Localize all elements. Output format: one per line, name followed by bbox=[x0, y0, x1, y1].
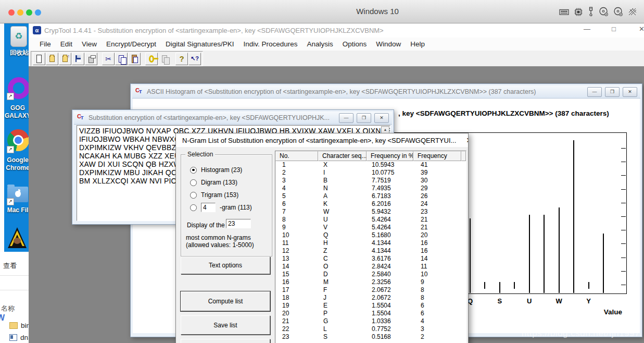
column-header-filler[interactable] bbox=[461, 151, 466, 161]
network-icon[interactable] bbox=[628, 7, 638, 17]
table-row[interactable]: 5A6.718326 bbox=[275, 192, 466, 200]
menu-help[interactable]: Help bbox=[406, 39, 430, 50]
table-row[interactable]: 12Z4.134416 bbox=[275, 247, 466, 255]
copy-icon[interactable] bbox=[115, 53, 128, 65]
menu-view[interactable]: View bbox=[77, 39, 102, 50]
table-row[interactable]: 22L0.77523 bbox=[275, 325, 466, 333]
cryptool-doc-icon: CT bbox=[77, 114, 85, 121]
menu-analysis[interactable]: Analysis bbox=[302, 39, 337, 50]
table-row[interactable]: 18J2.06728 bbox=[275, 294, 466, 302]
table-row[interactable]: 13C3.617614 bbox=[275, 255, 466, 263]
radio-button[interactable] bbox=[190, 192, 197, 199]
key-icon[interactable] bbox=[145, 53, 158, 65]
table-row[interactable]: 9V5.426421 bbox=[275, 224, 466, 231]
desktop-icon-gog-galaxy[interactable]: ↗ GOG GALAXY bbox=[6, 77, 29, 125]
disc-icon[interactable] bbox=[599, 7, 609, 17]
display-count-input[interactable] bbox=[226, 219, 251, 228]
table-row[interactable]: 20P1.55046 bbox=[275, 310, 466, 317]
shortcut-arrow-icon: ↗ bbox=[7, 198, 14, 205]
table-row[interactable]: 4N7.493529 bbox=[275, 185, 466, 192]
close-button[interactable]: ✕ bbox=[374, 113, 389, 123]
desktop-icon-google-chrome[interactable]: ↗ Google Chrome bbox=[6, 129, 29, 177]
cut-icon[interactable]: ✂ bbox=[102, 53, 115, 65]
column-header-frequency-in-%[interactable]: Frequency in % bbox=[367, 151, 413, 161]
table-row[interactable]: 3B7.751930 bbox=[275, 177, 466, 185]
radio-button[interactable] bbox=[190, 204, 197, 211]
desktop-icon-game[interactable] bbox=[7, 226, 28, 252]
table-row[interactable]: 11H4.134416 bbox=[275, 239, 466, 247]
usb-icon[interactable] bbox=[588, 7, 594, 17]
help-icon[interactable]: ? bbox=[175, 53, 188, 65]
text-options-button[interactable]: Text options bbox=[181, 256, 270, 274]
close-button[interactable]: ✕ bbox=[639, 25, 644, 33]
partial-button[interactable] bbox=[181, 339, 270, 343]
radio-button[interactable] bbox=[190, 179, 197, 186]
keyboard-icon[interactable] bbox=[559, 7, 569, 17]
radio-button-selected[interactable] bbox=[190, 167, 197, 174]
radio-ngram[interactable]: -gram (113) bbox=[190, 203, 252, 212]
menu-indiv-procedures[interactable]: Indiv. Procedures bbox=[238, 39, 302, 50]
table-cell: 1.5504 bbox=[367, 302, 413, 310]
radio-histogram[interactable]: Histogram (23) bbox=[190, 166, 242, 174]
traffic-light-close[interactable] bbox=[8, 9, 15, 16]
histogram-window-title: ASCII Histogram of <Substitution encrypt… bbox=[147, 88, 584, 95]
table-cell: 6.2016 bbox=[367, 200, 413, 208]
table-row[interactable]: 10Q5.168020 bbox=[275, 231, 466, 239]
cpu-icon[interactable] bbox=[574, 7, 583, 17]
table-row[interactable]: 23S0.51682 bbox=[275, 333, 466, 341]
minimize-button[interactable]: — bbox=[587, 87, 602, 97]
new-icon[interactable] bbox=[33, 53, 45, 65]
table-row[interactable]: 8U5.426421 bbox=[275, 216, 466, 224]
ngram-n-input[interactable] bbox=[201, 203, 216, 212]
print-icon[interactable] bbox=[85, 53, 97, 65]
menu-options[interactable]: Options bbox=[338, 39, 372, 50]
table-cell: 0.7752 bbox=[367, 325, 413, 333]
desktop-icon-recycle-bin[interactable]: ♻ 回收站 bbox=[7, 26, 29, 60]
maximize-button[interactable]: □ bbox=[612, 25, 616, 33]
table-row[interactable]: 17F2.06728 bbox=[275, 286, 466, 294]
context-help-icon[interactable]: ↖? bbox=[188, 53, 201, 65]
paste-icon[interactable] bbox=[128, 53, 141, 65]
traffic-light-minimize[interactable] bbox=[17, 9, 23, 16]
radio-trigram[interactable]: Trigram (153) bbox=[190, 191, 238, 199]
table-row[interactable]: 6K6.201624 bbox=[275, 200, 466, 208]
table-row[interactable]: 1X10.594341 bbox=[275, 161, 466, 169]
table-row[interactable]: 16M2.32569 bbox=[275, 278, 466, 286]
explorer-name-column-header[interactable]: 名称 bbox=[1, 304, 15, 313]
save-icon[interactable] bbox=[72, 53, 84, 65]
duplicate-disabled-icon bbox=[158, 53, 171, 65]
table-row[interactable]: 15D2.584010 bbox=[275, 271, 466, 278]
table-row[interactable]: 21G1.03364 bbox=[275, 317, 466, 325]
minimize-button[interactable]: — bbox=[584, 25, 590, 33]
close-button[interactable]: ✕ bbox=[623, 87, 637, 97]
ngram-list[interactable]: No.Character seq...Frequency in %Frequen… bbox=[275, 151, 466, 343]
table-row[interactable]: 14O2.842411 bbox=[275, 263, 466, 271]
column-header-frequency[interactable]: Frequency bbox=[413, 151, 461, 161]
minimize-button[interactable]: — bbox=[339, 113, 353, 123]
x-axis-label-W: W bbox=[554, 297, 564, 305]
disc-icon-2[interactable] bbox=[613, 7, 623, 17]
desktop-icon-mac-files[interactable]: ↗ Mac Fil bbox=[6, 183, 29, 218]
restore-button[interactable]: ❐ bbox=[357, 113, 371, 123]
compute-list-button[interactable]: Compute list bbox=[181, 291, 270, 311]
menu-encrypt-decrypt[interactable]: Encrypt/Decrypt bbox=[102, 39, 161, 50]
radio-digram[interactable]: Digram (133) bbox=[190, 179, 237, 186]
menu-file[interactable]: File bbox=[35, 39, 56, 50]
explorer-item-bin[interactable]: bin bbox=[9, 322, 30, 329]
table-row[interactable]: 2I10.077539 bbox=[275, 169, 466, 177]
explorer-view-label[interactable]: 查看 bbox=[3, 261, 17, 271]
open-icon[interactable] bbox=[46, 53, 58, 65]
column-header-character-seq-[interactable]: Character seq... bbox=[318, 151, 367, 161]
menu-digital-signatures-pki[interactable]: Digital Signatures/PKI bbox=[161, 39, 238, 50]
close-file-icon[interactable]: ↑ bbox=[59, 53, 71, 65]
traffic-light-fullscreen[interactable] bbox=[35, 9, 41, 16]
restore-button[interactable]: ❐ bbox=[605, 87, 620, 97]
menu-edit[interactable]: Edit bbox=[56, 39, 77, 50]
column-header-no-[interactable]: No. bbox=[275, 151, 318, 161]
dialog-close-icon[interactable]: ✕ bbox=[464, 136, 469, 144]
table-row[interactable]: 19E1.55046 bbox=[275, 302, 466, 310]
menu-window[interactable]: Window bbox=[371, 39, 406, 50]
save-list-button[interactable]: Save list bbox=[181, 315, 270, 335]
table-row[interactable]: 7W5.943223 bbox=[275, 208, 466, 216]
traffic-light-zoom[interactable] bbox=[26, 9, 32, 16]
